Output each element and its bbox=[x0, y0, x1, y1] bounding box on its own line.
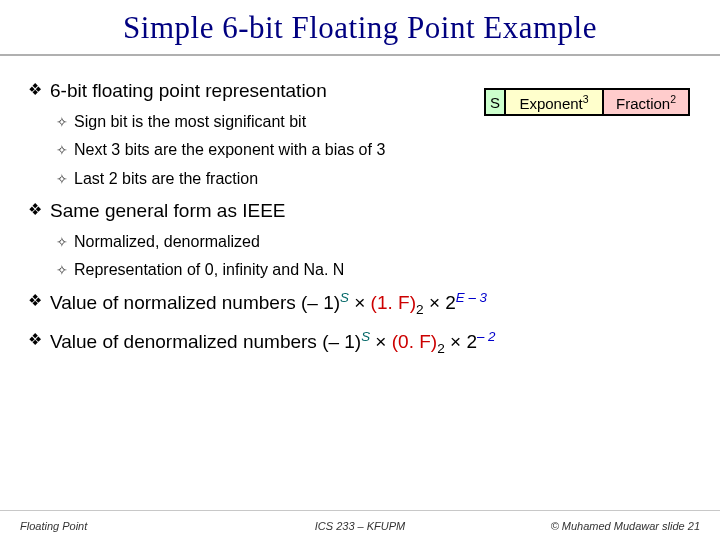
slide-title: Simple 6-bit Floating Point Example bbox=[0, 10, 720, 46]
subbullet-exponent: Next 3 bits are the exponent with a bias… bbox=[56, 140, 692, 161]
slide-body: 6-bit floating point representation Sign… bbox=[0, 56, 720, 358]
footer: Floating Point ICS 233 – KFUPM © Muhamed… bbox=[0, 510, 720, 540]
sup-exponent: – 2 bbox=[477, 329, 496, 344]
text: Value of normalized numbers (– 1) bbox=[50, 293, 340, 314]
bullet-ieee: Same general form as IEEE bbox=[28, 198, 692, 224]
text: × bbox=[370, 331, 392, 352]
title-band: Simple 6-bit Floating Point Example bbox=[0, 0, 720, 56]
subbullet-fraction: Last 2 bits are the fraction bbox=[56, 169, 692, 190]
footer-center: ICS 233 – KFUPM bbox=[315, 520, 405, 532]
sup-S: S bbox=[340, 290, 349, 305]
bullet-denormalized-value: Value of denormalized numbers (– 1)S × (… bbox=[28, 328, 692, 359]
text: × bbox=[349, 293, 371, 314]
bullet-representation: 6-bit floating point representation bbox=[28, 78, 692, 104]
subbullet-signbit: Sign bit is the most significant bit bbox=[56, 112, 692, 133]
sup-S: S bbox=[361, 329, 370, 344]
bullet-normalized-value: Value of normalized numbers (– 1)S × (1.… bbox=[28, 289, 692, 320]
subbullet-special: Representation of 0, infinity and Na. N bbox=[56, 260, 692, 281]
footer-left: Floating Point bbox=[20, 520, 87, 532]
text: × 2 bbox=[445, 331, 477, 352]
mantissa: (0. F) bbox=[392, 331, 437, 352]
text: × 2 bbox=[424, 293, 456, 314]
sup-exponent: E – 3 bbox=[456, 290, 487, 305]
text: Value of denormalized numbers (– 1) bbox=[50, 331, 361, 352]
mantissa: (1. F) bbox=[371, 293, 416, 314]
subbullet-normalized: Normalized, denormalized bbox=[56, 232, 692, 253]
subscript-base: 2 bbox=[437, 341, 445, 356]
subscript-base: 2 bbox=[416, 302, 424, 317]
footer-right: © Muhamed Mudawar slide 21 bbox=[551, 520, 700, 532]
